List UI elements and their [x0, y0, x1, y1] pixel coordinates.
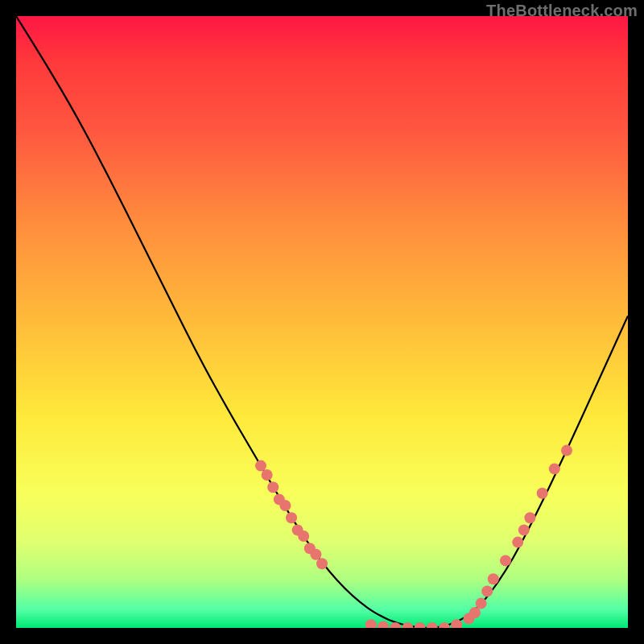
data-point [255, 460, 266, 472]
data-point [537, 488, 548, 499]
data-point [402, 622, 413, 628]
data-point [316, 558, 328, 569]
data-point [298, 530, 309, 542]
data-point [476, 598, 487, 609]
data-point [286, 512, 297, 523]
data-point [439, 622, 450, 628]
data-point [310, 549, 321, 560]
data-point [262, 469, 273, 481]
plot-area [16, 16, 628, 628]
data-point [500, 555, 511, 566]
data-point [267, 481, 279, 493]
curve-path [16, 16, 628, 628]
chart-svg [16, 16, 628, 628]
data-point [488, 573, 499, 584]
bottleneck-curve [16, 16, 628, 628]
data-point [365, 619, 377, 628]
data-point [524, 512, 535, 523]
data-point [481, 585, 493, 597]
data-point [561, 445, 572, 456]
data-point [469, 607, 481, 618]
chart-container: TheBottleneck.com [0, 0, 644, 644]
data-point [415, 622, 426, 628]
data-point [279, 500, 291, 511]
data-point [549, 463, 560, 474]
data-point [518, 524, 530, 535]
data-point [512, 537, 523, 548]
data-point [378, 621, 389, 628]
data-point [427, 622, 438, 628]
